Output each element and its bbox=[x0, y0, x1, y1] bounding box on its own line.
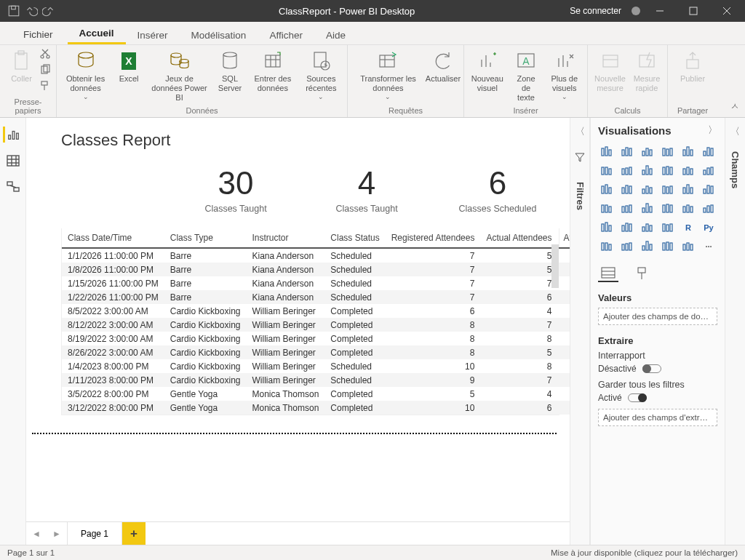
report-canvas[interactable]: Classes Report 30 Classes Taught 4 Class… bbox=[26, 118, 570, 521]
report-view-button[interactable] bbox=[3, 127, 20, 143]
refresh-button[interactable]: Actualiser bbox=[427, 48, 459, 84]
more-visuals-button[interactable]: Plus de visuels⌄ bbox=[546, 48, 583, 101]
viz-stacked-bar-icon[interactable] bbox=[598, 144, 615, 160]
table-scrollbar[interactable] bbox=[551, 244, 559, 288]
excel-button[interactable]: X Excel bbox=[113, 48, 145, 84]
viz-pie-icon[interactable] bbox=[659, 182, 677, 198]
table-row[interactable]: 3/5/2022 8:00:00 PMGentle YogaMonica Tho… bbox=[62, 387, 570, 401]
card-classes-taught-2[interactable]: 4 Classes Taught bbox=[327, 167, 407, 214]
viz-slicer-icon[interactable] bbox=[618, 220, 636, 236]
viz-r-visual-icon[interactable]: R bbox=[680, 220, 697, 236]
table-header[interactable]: Class Type bbox=[164, 228, 247, 248]
filters-pane-collapsed[interactable]: 〈 Filtres bbox=[570, 118, 590, 545]
table-row[interactable]: 1/22/2026 11:00:00 PMBarreKiana Anderson… bbox=[62, 290, 570, 304]
viz-kpi-icon[interactable] bbox=[598, 220, 615, 236]
publish-button[interactable]: Publier bbox=[677, 48, 709, 84]
viz-key-influencers-icon[interactable] bbox=[598, 239, 615, 255]
fields-mode-button[interactable] bbox=[598, 265, 618, 282]
viz-card-icon[interactable] bbox=[680, 201, 697, 217]
viz-ribbon-icon[interactable] bbox=[700, 163, 717, 179]
enter-data-button[interactable]: Entrer des données bbox=[249, 48, 297, 93]
next-page-button[interactable]: ► bbox=[47, 529, 67, 539]
transform-data-button[interactable]: Transformer les données⌄ bbox=[352, 48, 424, 101]
save-icon[interactable] bbox=[7, 4, 20, 17]
viz-stacked-area-icon[interactable] bbox=[639, 163, 656, 179]
signin-avatar-icon[interactable] bbox=[632, 7, 640, 15]
model-view-button[interactable] bbox=[4, 179, 22, 195]
viz-line-clustered-icon[interactable] bbox=[659, 163, 677, 179]
table-row[interactable]: 1/11/2023 8:00:00 PMCardio KickboxingWil… bbox=[62, 373, 570, 387]
redo-icon[interactable] bbox=[42, 4, 55, 17]
table-row[interactable]: 1/8/2026 11:00:00 PMBarreKiana AndersonS… bbox=[62, 263, 570, 276]
viz-multi-card-icon[interactable] bbox=[700, 201, 717, 217]
table-row[interactable]: 8/5/2022 3:00:00 AMCardio KickboxingWill… bbox=[62, 304, 570, 318]
viz-clustered-column-icon[interactable] bbox=[659, 144, 677, 160]
close-button[interactable] bbox=[713, 0, 741, 22]
file-tab[interactable]: Fichier bbox=[13, 25, 63, 44]
table-row[interactable]: 1/15/2026 11:00:00 PMBarreKiana Anderson… bbox=[62, 276, 570, 290]
viz-table-icon[interactable] bbox=[639, 220, 656, 236]
recent-sources-button[interactable]: Sources récentes⌄ bbox=[300, 48, 343, 101]
table-row[interactable]: 8/12/2022 3:00:00 AMCardio KickboxingWil… bbox=[62, 318, 570, 332]
fields-pane-collapsed[interactable]: 〈 Champs bbox=[725, 118, 745, 545]
viz-py-visual-icon[interactable]: Py bbox=[700, 220, 717, 236]
insert-tab[interactable]: Insérer bbox=[126, 25, 180, 44]
maximize-button[interactable] bbox=[680, 0, 707, 22]
table-header[interactable]: Instructor bbox=[246, 228, 324, 248]
home-tab[interactable]: Accueil bbox=[68, 23, 126, 44]
minimize-button[interactable] bbox=[646, 0, 674, 22]
paste-button[interactable]: Coller bbox=[6, 48, 38, 84]
viz-funnel-icon[interactable] bbox=[618, 182, 636, 198]
expand-filters-icon[interactable]: 〈 bbox=[575, 125, 585, 138]
get-data-button[interactable]: Obtenir les données⌄ bbox=[61, 48, 110, 101]
page-tab-1[interactable]: Page 1 bbox=[67, 522, 122, 545]
table-header[interactable]: Class Date/Time bbox=[62, 228, 164, 248]
viz-matrix-icon[interactable] bbox=[659, 220, 677, 236]
collapse-vis-pane-icon[interactable]: 〉 bbox=[708, 124, 717, 137]
viz-decomposition-icon[interactable] bbox=[618, 239, 636, 255]
table-row[interactable]: 3/12/2022 8:00:00 PMGentle YogaMonica Th… bbox=[62, 401, 570, 415]
format-painter-icon[interactable] bbox=[39, 80, 51, 92]
viz-paginated-icon[interactable] bbox=[659, 239, 677, 255]
table-header[interactable]: Attendance Rate % bbox=[558, 228, 570, 248]
viz-100stacked-column-icon[interactable] bbox=[700, 144, 717, 160]
pbi-datasets-button[interactable]: Jeux de données Power BI bbox=[148, 48, 211, 103]
viz-area-icon[interactable] bbox=[618, 163, 636, 179]
viz-stacked-column-icon[interactable] bbox=[639, 144, 656, 160]
viz-filled-map-icon[interactable] bbox=[618, 201, 636, 217]
data-view-button[interactable] bbox=[4, 153, 22, 169]
viz-scatter-icon[interactable] bbox=[639, 182, 656, 198]
viz-line-stacked-icon[interactable] bbox=[680, 163, 697, 179]
viz-waterfall-icon[interactable] bbox=[598, 182, 615, 198]
table-row[interactable]: 8/26/2022 3:00:00 AMCardio KickboxingWil… bbox=[62, 345, 570, 359]
table-header[interactable]: Class Status bbox=[324, 228, 385, 248]
card-classes-scheduled[interactable]: 6 Classes Scheduled bbox=[458, 167, 538, 214]
table-header[interactable]: Actual Attendees bbox=[480, 228, 557, 248]
undo-icon[interactable] bbox=[25, 4, 38, 17]
quick-measure-button[interactable]: Mesure rapide bbox=[631, 48, 663, 93]
cross-report-toggle[interactable]: Désactivé bbox=[598, 364, 717, 374]
view-tab[interactable]: Afficher bbox=[258, 25, 314, 44]
prev-page-button[interactable]: ◄ bbox=[26, 529, 47, 539]
new-measure-button[interactable]: Nouvelle mesure bbox=[592, 48, 628, 93]
viz-gauge-icon[interactable] bbox=[659, 201, 677, 217]
new-visual-button[interactable]: Nouveau visuel bbox=[469, 48, 506, 93]
expand-fields-icon[interactable]: 〈 bbox=[730, 125, 740, 138]
viz-powerapps-icon[interactable] bbox=[680, 239, 697, 255]
viz-100stacked-bar-icon[interactable] bbox=[680, 144, 697, 160]
viz-more-icon[interactable]: ··· bbox=[700, 239, 717, 255]
help-tab[interactable]: Aide bbox=[314, 25, 357, 44]
cut-icon[interactable] bbox=[39, 48, 51, 60]
table-header[interactable]: Registered Attendees bbox=[386, 228, 481, 248]
add-page-button[interactable]: + bbox=[122, 522, 146, 545]
viz-map-icon[interactable] bbox=[598, 201, 615, 217]
textbox-button[interactable]: A Zone de texte bbox=[509, 48, 543, 103]
table-row[interactable]: 1/1/2026 11:00:00 PMBarreKiana AndersonS… bbox=[62, 248, 570, 263]
values-dropzone[interactable]: Ajouter des champs de don… bbox=[598, 308, 717, 325]
status-update-link[interactable]: Mise à jour disponible (cliquez pour la … bbox=[551, 548, 738, 557]
viz-line-icon[interactable] bbox=[598, 163, 615, 179]
viz-arcgis-icon[interactable] bbox=[639, 201, 656, 217]
table-row[interactable]: 8/19/2022 3:00:00 AMCardio KickboxingWil… bbox=[62, 332, 570, 345]
copy-icon[interactable] bbox=[39, 64, 51, 76]
card-classes-taught-1[interactable]: 30 Classes Taught bbox=[196, 167, 276, 214]
